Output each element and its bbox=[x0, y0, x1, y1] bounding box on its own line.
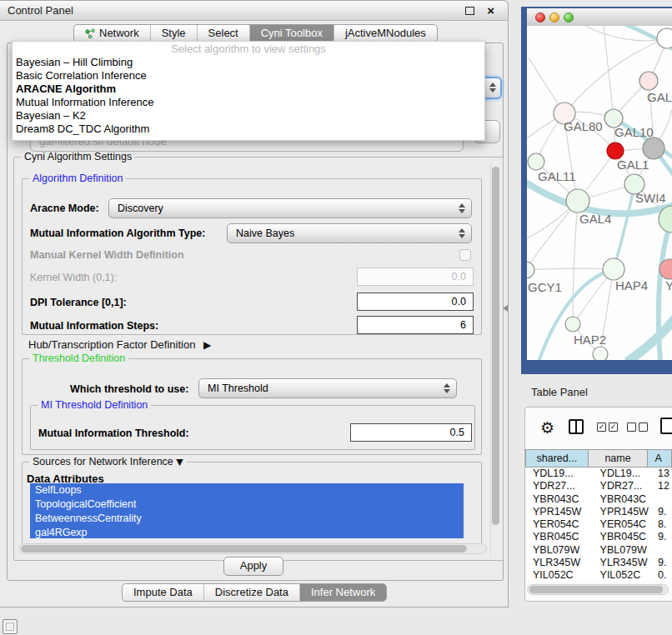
minimize-light-icon[interactable] bbox=[549, 12, 559, 22]
tab-cyni-toolbox[interactable]: Cyni Toolbox bbox=[249, 25, 333, 42]
node-gray[interactable] bbox=[643, 138, 664, 159]
label-gal80: GAL80 bbox=[564, 119, 603, 133]
table-row[interactable]: YIL052CYIL052C0. bbox=[525, 569, 672, 581]
aracne-mode-combobox[interactable]: Discovery bbox=[108, 198, 472, 218]
splitter-collapse-icon[interactable] bbox=[503, 305, 508, 312]
algorithm-option[interactable]: Mutual Information Inference bbox=[13, 96, 484, 109]
tab-discretize-label: Discretize Data bbox=[215, 584, 288, 601]
node-unlabeled[interactable] bbox=[657, 28, 672, 48]
mi-type-combobox[interactable]: Naive Bayes bbox=[227, 223, 472, 243]
deselect-all-icon[interactable] bbox=[627, 422, 636, 432]
tab-discretize-data[interactable]: Discretize Data bbox=[203, 584, 299, 601]
node-selected-red[interactable] bbox=[607, 142, 624, 159]
docked-panel-icon[interactable] bbox=[3, 619, 18, 634]
algorithm-option[interactable]: Bayesian – Hill Climbing bbox=[13, 56, 484, 69]
document-icon[interactable] bbox=[660, 418, 672, 434]
attribute-item[interactable]: gal4RGexp bbox=[30, 526, 464, 538]
dpi-tolerance-field[interactable]: 0.0 bbox=[357, 292, 474, 311]
column-header-partial[interactable]: A bbox=[648, 449, 672, 468]
column-header-name[interactable]: name bbox=[589, 449, 649, 468]
control-panel-title: Control Panel bbox=[8, 1, 73, 20]
algorithm-option[interactable]: Basic Correlation Inference bbox=[13, 69, 484, 82]
table-row[interactable]: YPR145WYPR145W9. bbox=[525, 506, 672, 518]
tab-impute-data[interactable]: Impute Data bbox=[123, 584, 203, 601]
float-window-icon[interactable] bbox=[465, 7, 474, 15]
node-gal-partial[interactable] bbox=[639, 72, 658, 90]
algorithm-option[interactable]: ARACNE Algorithm bbox=[13, 82, 484, 96]
zoom-light-icon[interactable] bbox=[564, 12, 574, 22]
tab-infer-network[interactable]: Infer Network bbox=[299, 584, 386, 601]
label-gcy1: GCY1 bbox=[528, 280, 562, 294]
select-all-icon[interactable]: ✓ bbox=[597, 422, 606, 432]
algorithm-option[interactable]: Bayesian – K2 bbox=[13, 109, 484, 122]
table-horizontal-scrollbar[interactable] bbox=[527, 584, 669, 595]
hub-definition-toggle[interactable]: Hub/Transcription Factor Definition ▶ bbox=[28, 338, 211, 351]
node-hap4[interactable] bbox=[603, 258, 624, 280]
network-canvas[interactable]: GAL GAL80 GAL10 GAL1 GAL11 SWI4 GAL4 GCY… bbox=[527, 26, 672, 360]
settings-hscrollbar-thumb[interactable] bbox=[21, 545, 467, 552]
manual-kernel-checkbox[interactable] bbox=[459, 249, 471, 261]
table-row[interactable]: YBR043CYBR043C bbox=[525, 493, 672, 506]
table-cell: YLR345W bbox=[525, 557, 593, 569]
gear-icon[interactable]: ⚙ bbox=[540, 418, 554, 438]
which-threshold-label: Which threshold to use: bbox=[70, 383, 188, 395]
settings-vertical-scrollbar[interactable] bbox=[490, 163, 501, 555]
table-cell: 9. bbox=[656, 531, 672, 543]
algorithm-definition-title: Algorithm Definition bbox=[29, 172, 126, 185]
table-row[interactable]: YDL19...YDL19...13 bbox=[525, 468, 672, 480]
which-threshold-combobox[interactable]: MI Threshold bbox=[198, 378, 457, 398]
table-row[interactable]: YBR045CYBR045C9. bbox=[525, 531, 672, 543]
column-header-shared[interactable]: shared... bbox=[525, 449, 589, 468]
table-cell: 13 bbox=[656, 468, 672, 480]
label-hap4: HAP4 bbox=[615, 278, 648, 292]
combo-arrows-icon bbox=[489, 82, 497, 93]
columns-icon[interactable] bbox=[569, 419, 584, 434]
network-window-titlebar[interactable] bbox=[527, 8, 672, 27]
apply-button[interactable]: Apply bbox=[223, 557, 283, 576]
table-row[interactable]: YDR27...YDR27...12 bbox=[525, 480, 672, 492]
kernel-width-field[interactable]: 0.0 bbox=[357, 268, 474, 286]
tab-select-label: Select bbox=[208, 25, 238, 42]
table-cell: YDL19... bbox=[525, 468, 593, 480]
data-attributes-list[interactable]: SelfLoopsTopologicalCoefficientBetweenne… bbox=[30, 483, 464, 538]
dpi-tolerance-value: 0.0 bbox=[452, 296, 466, 308]
label-gal10: GAL10 bbox=[614, 125, 654, 139]
screen: Control Panel × Network Style Select Cyn… bbox=[0, 0, 672, 635]
table-cell: 0. bbox=[656, 569, 672, 581]
attribute-item[interactable]: TopologicalCoefficient bbox=[30, 498, 464, 512]
mi-steps-field[interactable]: 6 bbox=[357, 316, 474, 334]
table-row[interactable]: YER054CYER054C8. bbox=[525, 518, 672, 531]
settings-scrollbar-thumb[interactable] bbox=[492, 167, 499, 525]
select-all-icon[interactable]: ✓ bbox=[609, 422, 618, 432]
network-graph: GAL GAL80 GAL10 GAL1 GAL11 SWI4 GAL4 GCY… bbox=[527, 26, 672, 360]
mi-threshold-field[interactable]: 0.5 bbox=[350, 423, 472, 442]
tab-style[interactable]: Style bbox=[150, 25, 197, 42]
node-hap2[interactable] bbox=[565, 317, 580, 332]
table-cell: YDR27... bbox=[525, 480, 593, 492]
node-gcy1[interactable] bbox=[527, 262, 534, 278]
table-cell: YDR27... bbox=[593, 480, 657, 492]
deselect-all-icon[interactable] bbox=[639, 422, 648, 432]
table-cell: 12 bbox=[656, 480, 672, 492]
node-gal11[interactable] bbox=[528, 153, 544, 170]
tab-select[interactable]: Select bbox=[197, 25, 249, 42]
tab-network[interactable]: Network bbox=[74, 25, 150, 42]
node-bottom-partial[interactable] bbox=[593, 347, 608, 360]
algorithm-option[interactable]: Dream8 DC_TDC Algorithm bbox=[13, 122, 484, 136]
table-panel-title: Table Panel bbox=[531, 382, 588, 403]
sources-title[interactable]: Sources for Network Inference ▼ bbox=[29, 456, 187, 468]
control-panel-titlebar[interactable]: Control Panel × bbox=[0, 1, 508, 21]
table-row[interactable]: YBL079WYBL079W bbox=[525, 544, 672, 557]
table-toolbar: ⚙ ✓ ✓ bbox=[525, 412, 672, 442]
attribute-item[interactable]: BetweennessCentrality bbox=[30, 512, 464, 526]
attribute-item[interactable]: SelfLoops bbox=[30, 483, 464, 498]
table-row[interactable]: YLR345WYLR345W9. bbox=[525, 557, 672, 569]
table-cell: 9. bbox=[656, 557, 672, 569]
settings-horizontal-scrollbar[interactable] bbox=[18, 543, 487, 554]
close-light-icon[interactable] bbox=[535, 12, 545, 22]
table-cell bbox=[656, 544, 672, 557]
close-icon[interactable]: × bbox=[487, 2, 494, 19]
table-hscrollbar-thumb[interactable] bbox=[529, 586, 663, 593]
tab-jactivemnodules[interactable]: jActiveMNodules bbox=[333, 25, 437, 42]
node-gal4[interactable] bbox=[566, 189, 589, 212]
